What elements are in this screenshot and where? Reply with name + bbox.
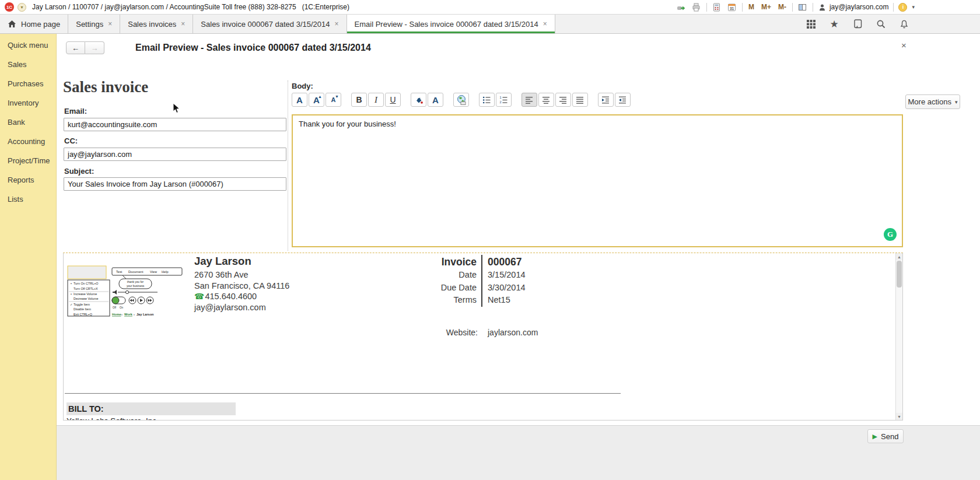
svg-text:›: › xyxy=(121,313,123,316)
email-body-editor[interactable]: Thank you for your business! G xyxy=(292,114,903,247)
tab-close-icon[interactable]: × xyxy=(543,20,547,27)
main-menu-button[interactable]: ▾ xyxy=(18,3,26,12)
company-email: jay@jaylarson.com xyxy=(194,302,289,313)
calculator-icon xyxy=(712,2,722,12)
calendar-button[interactable]: 31 xyxy=(727,2,737,12)
favorites-button[interactable]: ★ xyxy=(828,18,840,30)
invoice-terms-label: Terms xyxy=(373,294,482,307)
numbered-list-icon: 12 xyxy=(499,95,509,105)
style-group: B I U xyxy=(351,93,401,107)
bulleted-list-button[interactable] xyxy=(479,93,495,107)
column-splitter[interactable] xyxy=(288,80,288,251)
sidebar-item-quick-menu[interactable]: Quick menu xyxy=(0,36,56,55)
svg-text:On: On xyxy=(120,306,124,309)
history-button[interactable] xyxy=(852,18,863,30)
tab-sales-invoices[interactable]: Sales invoices × xyxy=(120,15,193,33)
back-button[interactable]: ← xyxy=(66,41,85,54)
scroll-up-icon[interactable]: ▲ xyxy=(896,253,902,260)
invoice-due-date-label: Due Date xyxy=(373,282,482,295)
sidebar-item-sales[interactable]: Sales xyxy=(0,55,56,74)
text-color-button[interactable]: A xyxy=(428,93,443,107)
align-justify-button[interactable] xyxy=(572,93,588,107)
subject-label: Subject: xyxy=(64,167,94,176)
preview-divider xyxy=(65,393,621,394)
sidebar-item-reports[interactable]: Reports xyxy=(0,170,56,190)
company-name: Jay Larson xyxy=(194,255,289,268)
send-button[interactable]: ▶ Send xyxy=(867,429,904,443)
italic-button[interactable]: I xyxy=(368,93,384,107)
subject-field[interactable] xyxy=(64,177,286,191)
tab-close-icon[interactable]: × xyxy=(181,20,185,27)
indent-increase-button[interactable] xyxy=(598,93,614,107)
align-center-button[interactable] xyxy=(538,93,554,107)
caret-down-icon[interactable]: ▾ xyxy=(912,4,915,10)
close-page-button[interactable]: × xyxy=(901,40,907,50)
tab-sales-invoice-000067[interactable]: Sales invoice 000067 dated 3/15/2014 × xyxy=(193,15,346,33)
scrollbar-thumb[interactable] xyxy=(897,261,902,288)
numbered-list-button[interactable]: 12 xyxy=(496,93,512,107)
grammarly-icon[interactable]: G xyxy=(884,228,897,241)
more-actions-button[interactable]: More actions ▾ xyxy=(905,94,960,109)
tab-home-page[interactable]: Home page xyxy=(0,15,68,33)
get-link-button[interactable] xyxy=(676,2,687,12)
print-button[interactable] xyxy=(691,2,702,12)
font-button[interactable]: A xyxy=(292,93,307,107)
svg-text:View: View xyxy=(150,270,158,274)
bold-button[interactable]: B xyxy=(351,93,367,107)
sidebar-item-project-time[interactable]: Project/Time xyxy=(0,151,56,170)
tab-email-preview[interactable]: Email Preview - Sales invoice 000067 dat… xyxy=(347,15,555,33)
align-right-button[interactable] xyxy=(555,93,571,107)
svg-text:Turn Off CRTL+X: Turn Off CRTL+X xyxy=(74,287,98,290)
email-field[interactable] xyxy=(64,118,286,131)
tab-bar: Home page Settings × Sales invoices × Sa… xyxy=(0,15,980,34)
website-row: Website: jaylarson.com xyxy=(373,328,576,337)
sidebar-item-bank[interactable]: Bank xyxy=(0,113,56,132)
svg-text:thank you for: thank you for xyxy=(127,281,144,283)
user-email-text: jay@jaylarson.com xyxy=(830,3,889,11)
search-button[interactable] xyxy=(875,18,887,30)
tab-label: Home page xyxy=(21,20,60,29)
tab-close-icon[interactable]: × xyxy=(108,20,112,27)
background-color-button[interactable] xyxy=(411,93,426,107)
tab-bar-tools: ★ xyxy=(805,15,980,33)
invoice-date-label: Date xyxy=(373,269,482,282)
memory-m-minus-button[interactable]: M- xyxy=(777,3,788,11)
preview-scrollbar[interactable]: ▲ ▼ xyxy=(895,253,902,420)
info-icon[interactable]: i xyxy=(898,3,907,12)
company-block: Jay Larson 2670 36th Ave San Francisco, … xyxy=(194,255,289,313)
all-functions-grid-button[interactable] xyxy=(805,18,817,30)
cc-field[interactable] xyxy=(64,148,286,161)
underline-button[interactable]: U xyxy=(385,93,401,107)
caret-down-icon: ▾ xyxy=(20,5,23,10)
phone-icon: ☎ xyxy=(194,292,204,301)
svg-text:31: 31 xyxy=(730,6,734,10)
memory-m-button[interactable]: M xyxy=(747,3,755,11)
split-window-button[interactable] xyxy=(797,2,808,12)
align-left-button[interactable] xyxy=(522,93,537,107)
tab-close-icon[interactable]: × xyxy=(335,20,339,27)
paint-bucket-icon xyxy=(414,95,424,105)
nav-history-group: ← → xyxy=(66,41,104,54)
calculator-button[interactable] xyxy=(712,2,722,12)
sidebar-item-accounting[interactable]: Accounting xyxy=(0,132,56,151)
cc-label: CC: xyxy=(64,136,78,145)
website-label: Website: xyxy=(373,328,482,337)
grow-font-button[interactable]: A▲ xyxy=(309,93,324,107)
shrink-font-button[interactable]: A▼ xyxy=(326,93,341,107)
search-icon xyxy=(876,19,886,29)
sidebar-item-inventory[interactable]: Inventory xyxy=(0,93,56,113)
forward-button[interactable]: → xyxy=(85,41,104,54)
insert-picture-button[interactable] xyxy=(453,93,469,107)
sidebar-item-lists[interactable]: Lists xyxy=(0,190,56,209)
sidebar-item-purchases[interactable]: Purchases xyxy=(0,74,56,93)
notifications-button[interactable] xyxy=(898,18,910,30)
printer-icon xyxy=(691,2,701,12)
home-icon xyxy=(8,20,16,28)
send-label: Send xyxy=(881,432,898,441)
indent-decrease-button[interactable] xyxy=(615,93,631,107)
session-bar: 1C ▾ Jay Larson / 1100707 / jay@jaylarso… xyxy=(0,0,980,15)
memory-m-plus-button[interactable]: M+ xyxy=(760,3,772,11)
scroll-down-icon[interactable]: ▼ xyxy=(896,413,902,420)
calendar-icon: 31 xyxy=(727,2,737,12)
tab-settings[interactable]: Settings × xyxy=(68,15,120,33)
